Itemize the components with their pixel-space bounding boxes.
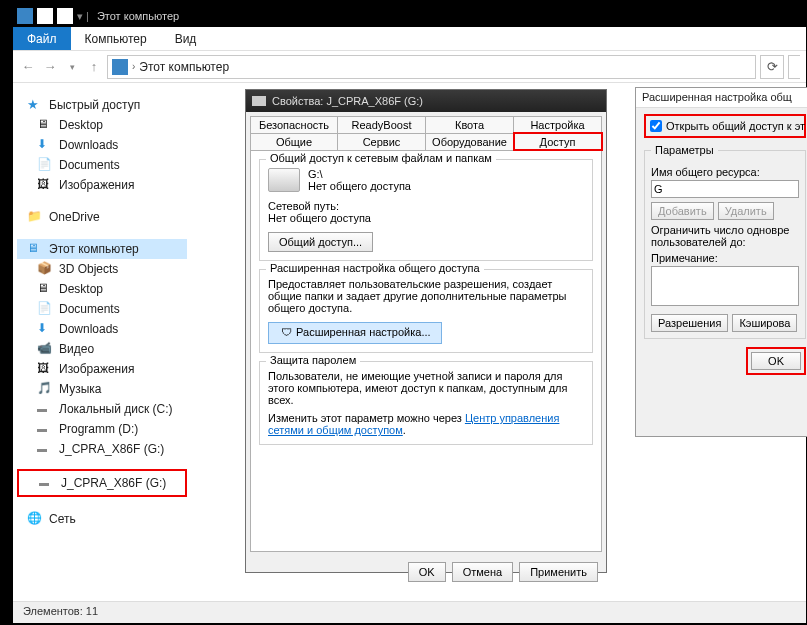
sidebar-drive-d[interactable]: Programm (D:) <box>17 419 187 439</box>
sidebar-network[interactable]: Сеть <box>17 509 187 529</box>
advanced-desc: Предоставляет пользовательские разрешени… <box>268 278 584 314</box>
pc-icon <box>27 241 43 257</box>
explorer-icon <box>17 8 33 24</box>
sharename-input[interactable] <box>651 180 799 198</box>
sidebar-drive-c[interactable]: Локальный диск (C:) <box>17 399 187 419</box>
nav-back[interactable]: ← <box>19 58 37 76</box>
sidebar-pictures[interactable]: Изображения <box>17 175 187 195</box>
desktop-icon <box>37 281 53 297</box>
share-checkbox-row[interactable]: Открыть общий доступ к эт <box>650 120 800 132</box>
sidebar-drive-g[interactable]: J_CPRA_X86F (G:) <box>17 439 187 459</box>
refresh-button[interactable]: ⟳ <box>760 55 784 79</box>
search-input[interactable] <box>788 55 800 79</box>
nav-history[interactable]: ▾ <box>63 58 81 76</box>
drive-icon <box>252 96 266 106</box>
document-icon <box>37 301 53 317</box>
sidebar-item-label: 3D Objects <box>59 262 118 276</box>
apply-button[interactable]: Применить <box>519 562 598 582</box>
sidebar-item-label: Изображения <box>59 362 134 376</box>
caching-button[interactable]: Кэширова <box>732 314 797 332</box>
sidebar-documents[interactable]: Documents <box>17 155 187 175</box>
status-bar: Элементов: 11 <box>13 601 806 623</box>
sidebar-item-label: Downloads <box>59 138 118 152</box>
sidebar-onedrive[interactable]: OneDrive <box>17 207 187 227</box>
drive-icon <box>37 401 53 417</box>
tab-view[interactable]: Вид <box>161 27 211 50</box>
drive-large-icon <box>268 168 300 192</box>
tab-hardware[interactable]: Оборудование <box>426 133 514 150</box>
adv-ok-button[interactable]: OK <box>751 352 801 370</box>
note-textarea[interactable] <box>651 266 799 306</box>
tab-general[interactable]: Общие <box>250 133 338 150</box>
object-icon <box>37 261 53 277</box>
group-label: Защита паролем <box>266 354 360 366</box>
advanced-sharing-button[interactable]: Расширенная настройка... <box>268 322 442 344</box>
sidebar-item-label: OneDrive <box>49 210 100 224</box>
highlight-box-checkbox: Открыть общий доступ к эт <box>644 114 806 138</box>
sidebar-this-pc[interactable]: Этот компьютер <box>17 239 187 259</box>
sidebar-item-label: Desktop <box>59 118 103 132</box>
group-label: Расширенная настройка общего доступа <box>266 262 484 274</box>
sidebar-pictures-2[interactable]: Изображения <box>17 359 187 379</box>
tab-service[interactable]: Сервис <box>338 133 426 150</box>
tab-file[interactable]: Файл <box>13 27 71 50</box>
share-button[interactable]: Общий доступ... <box>268 232 373 252</box>
sidebar-documents-2[interactable]: Documents <box>17 299 187 319</box>
share-status: Нет общего доступа <box>308 180 411 192</box>
nav-forward[interactable]: → <box>41 58 59 76</box>
tab-security[interactable]: Безопасность <box>250 116 338 133</box>
sidebar-quick-access[interactable]: Быстрый доступ <box>17 95 187 115</box>
dialog-title: Свойства: J_CPRA_X86F (G:) <box>272 95 423 107</box>
element-count: Элементов: 11 <box>23 605 98 617</box>
checkbox-label: Открыть общий доступ к эт <box>666 120 805 132</box>
sidebar-item-label: Локальный диск (C:) <box>59 402 173 416</box>
drive-icon <box>37 441 53 457</box>
nav-up[interactable]: ↑ <box>85 58 103 76</box>
tab-quota[interactable]: Квота <box>426 116 514 133</box>
sidebar-video[interactable]: Видео <box>17 339 187 359</box>
qat-icon-2[interactable] <box>57 8 73 24</box>
drive-icon <box>39 475 55 491</box>
sidebar-item-label: Programm (D:) <box>59 422 138 436</box>
sidebar-desktop[interactable]: Desktop <box>17 115 187 135</box>
sidebar-downloads[interactable]: Downloads <box>17 135 187 155</box>
pc-icon <box>112 59 128 75</box>
shield-icon <box>279 326 293 340</box>
properties-dialog: Свойства: J_CPRA_X86F (G:) Безопасность … <box>245 89 607 573</box>
sidebar-downloads-2[interactable]: Downloads <box>17 319 187 339</box>
address-bar[interactable]: › Этот компьютер <box>107 55 756 79</box>
highlight-box-ok: OK <box>746 347 806 375</box>
sharename-label: Имя общего ресурса: <box>651 166 799 178</box>
sidebar-drive-g-selected[interactable]: J_CPRA_X86F (G:) <box>19 473 185 493</box>
group-network-sharing: Общий доступ к сетевым файлам и папкам G… <box>259 159 593 261</box>
tab-computer[interactable]: Компьютер <box>71 27 161 50</box>
breadcrumb[interactable]: Этот компьютер <box>139 60 229 74</box>
limit-label: Ограничить число одновре пользователей д… <box>651 224 799 248</box>
sidebar-item-label: J_CPRA_X86F (G:) <box>61 476 166 490</box>
window-titlebar: ▾ | Этот компьютер <box>13 5 806 27</box>
qat-icon-1[interactable] <box>37 8 53 24</box>
group-advanced-sharing: Расширенная настройка общего доступа Пре… <box>259 269 593 353</box>
dialog-titlebar[interactable]: Свойства: J_CPRA_X86F (G:) <box>246 90 606 112</box>
sidebar-item-label: Desktop <box>59 282 103 296</box>
adv-title: Расширенная настройка общ <box>636 88 807 108</box>
dialog-footer: OK Отмена Применить <box>246 556 606 588</box>
permissions-button[interactable]: Разрешения <box>651 314 728 332</box>
sidebar-3d-objects[interactable]: 3D Objects <box>17 259 187 279</box>
tab-body: Общий доступ к сетевым файлам и папкам G… <box>250 150 602 552</box>
tab-setup[interactable]: Настройка <box>514 116 602 133</box>
sidebar-desktop-2[interactable]: Desktop <box>17 279 187 299</box>
tab-readyboost[interactable]: ReadyBoost <box>338 116 426 133</box>
sidebar-music[interactable]: Музыка <box>17 379 187 399</box>
tab-sharing[interactable]: Доступ <box>514 133 602 150</box>
ok-button[interactable]: OK <box>408 562 446 582</box>
share-folder-checkbox[interactable] <box>650 120 662 132</box>
drive-icon <box>37 421 53 437</box>
video-icon <box>37 341 53 357</box>
remove-button[interactable]: Удалить <box>718 202 774 220</box>
cancel-button[interactable]: Отмена <box>452 562 513 582</box>
add-button[interactable]: Добавить <box>651 202 714 220</box>
change-text: Изменить этот параметр можно через <box>268 412 465 424</box>
params-fieldset: Параметры Имя общего ресурса: Добавить У… <box>644 144 806 339</box>
password-desc: Пользователи, не имеющие учетной записи … <box>268 370 584 406</box>
